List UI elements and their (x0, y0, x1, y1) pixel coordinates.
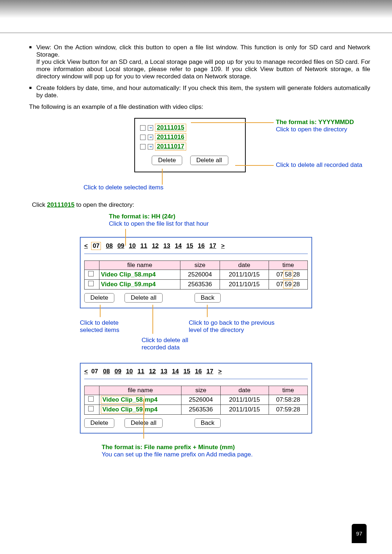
delete-all-button[interactable]: Delete all (124, 293, 163, 303)
hour-link[interactable]: 12 (149, 368, 156, 375)
cell-size: 2563536 (181, 405, 220, 415)
table-row: Video Clip_59.mp4 2563536 2011/10/15 075… (85, 280, 308, 290)
file-table: file name size date time Video Clip_58.m… (84, 386, 308, 415)
hour-nav: < 07 08 09 10 11 12 13 14 15 16 17 > (84, 242, 308, 254)
checkbox-icon[interactable] (88, 406, 94, 411)
hour-next[interactable]: > (221, 242, 225, 249)
hour-link[interactable]: 10 (129, 242, 136, 249)
intro-text: The following is an example of a file de… (29, 103, 370, 111)
checkbox-icon[interactable] (140, 144, 146, 149)
connector-line (162, 169, 163, 185)
enter-icon[interactable]: ➜ (148, 144, 153, 149)
click-open-text: Click 20111015 to open the directory: (32, 201, 370, 209)
annotation-filename-hint: You can set up the file name prefix on A… (102, 451, 312, 458)
hour-current[interactable]: 07 (93, 242, 99, 249)
cell-date: 2011/10/15 (220, 270, 269, 280)
cell-filename[interactable]: Video Clip_59.mp4 (99, 280, 180, 290)
connector-line (235, 165, 274, 166)
checkbox-icon[interactable] (88, 396, 94, 402)
folder-row[interactable]: ➜ 20111017 (140, 143, 240, 151)
cell-size: 2563536 (180, 280, 220, 290)
time-ss: 28 (293, 281, 300, 288)
hour-link[interactable]: 15 (183, 368, 190, 375)
cell-date: 2011/10/15 (220, 280, 269, 290)
checkbox-icon[interactable] (88, 271, 94, 276)
hour-link[interactable]: 14 (172, 368, 179, 375)
col-time: time (269, 386, 307, 395)
header-gradient (0, 0, 392, 18)
hour-nav: < 07 08 09 10 11 12 13 14 15 16 17 > (84, 368, 308, 379)
page-number: 97 (352, 524, 367, 543)
connector-line (207, 305, 208, 317)
col-check (85, 261, 99, 270)
filename-prefix: Video Clip_59. (102, 406, 144, 413)
enter-icon[interactable]: ➜ (148, 125, 153, 131)
click-open-post: to open the directory: (74, 201, 134, 208)
table-row: Video Clip_59.mp4 2563536 2011/10/15 07:… (85, 405, 308, 415)
folder-link[interactable]: 20111015 (155, 124, 186, 132)
cell-filename[interactable]: Video Clip_58.mp4 (99, 270, 180, 280)
checkbox-icon[interactable] (88, 281, 94, 286)
annotation-hour-open: Click to open the file list for that hou… (109, 220, 312, 227)
checkbox-icon[interactable] (140, 135, 146, 140)
col-check (85, 386, 99, 395)
table-row: Video Clip_58.mp4 2526004 2011/10/15 07:… (85, 395, 308, 405)
annotation-format-text: The format is: YYYYMMDD (276, 119, 354, 126)
cell-date: 2011/10/15 (220, 395, 269, 405)
delete-button[interactable]: Delete (84, 293, 114, 303)
hour-link[interactable]: 11 (140, 242, 147, 249)
filename-prefix: Video Clip_58. (102, 396, 144, 403)
folder-link[interactable]: 20111017 (155, 143, 186, 151)
col-size: size (180, 261, 220, 270)
cell-filename[interactable]: Video Clip_59.mp4 (99, 405, 181, 415)
hour-link[interactable]: 12 (152, 242, 159, 249)
hour-current[interactable]: 07 (91, 368, 98, 375)
hour-link[interactable]: 08 (103, 368, 110, 375)
table-row: Video Clip_58.mp4 2526004 2011/10/15 075… (85, 270, 308, 280)
back-button[interactable]: Back (195, 293, 221, 303)
hour-link[interactable]: 09 (117, 242, 124, 249)
delete-all-button[interactable]: Delete all (190, 156, 228, 165)
hour-link[interactable]: 14 (175, 242, 182, 249)
cell-date: 2011/10/15 (220, 405, 269, 415)
connector-line (100, 305, 101, 317)
hour-link[interactable]: 10 (126, 368, 133, 375)
click-open-link[interactable]: 20111015 (47, 201, 75, 208)
connector-line (191, 122, 274, 123)
cell-filename[interactable]: Video Clip_58.mp4 (99, 395, 181, 405)
annotation-back: Click to go back to the previous level o… (189, 319, 274, 334)
filename-ext: mp4 (145, 396, 158, 403)
hour-link[interactable]: 11 (138, 368, 144, 375)
folder-row[interactable]: ➜ 20111015 (140, 124, 240, 132)
hour-link[interactable]: 13 (163, 242, 170, 249)
col-filename: file name (99, 261, 180, 270)
col-size: size (181, 386, 220, 395)
hour-link[interactable]: 08 (106, 242, 113, 249)
hour-link[interactable]: 17 (209, 242, 216, 249)
hour-next[interactable]: > (218, 368, 222, 375)
hour-link[interactable]: 16 (198, 242, 205, 249)
checkbox-icon[interactable] (140, 125, 146, 131)
folder-link[interactable]: 20111016 (155, 133, 186, 141)
annotation-open-text: Click to open the directory (276, 126, 354, 133)
delete-button[interactable]: Delete (152, 156, 182, 165)
hour-link[interactable]: 09 (114, 368, 121, 375)
folder-row[interactable]: ➜ 20111016 (140, 133, 240, 141)
hour-link[interactable]: 17 (207, 368, 213, 375)
connector-line (143, 399, 144, 439)
hour-prev[interactable]: < (84, 242, 88, 249)
annotation-delete-all: Click to delete all recorded data (142, 337, 188, 351)
cell-time: 075928 (269, 280, 307, 290)
diagram-folders: ➜ 20111015 ➜ 20111016 ➜ 20111017 Delete … (98, 118, 370, 190)
time-mm-box: 58 (283, 271, 293, 279)
bullet-view-detail: If you click View button for an SD card,… (36, 58, 370, 80)
hour-prev[interactable]: < (84, 368, 88, 375)
delete-button[interactable]: Delete (84, 418, 114, 428)
col-date: date (220, 261, 269, 270)
hour-link[interactable]: 16 (195, 368, 202, 375)
hour-link[interactable]: 13 (160, 368, 167, 375)
bullet-view: View: On the Action window, click this b… (29, 44, 370, 80)
enter-icon[interactable]: ➜ (148, 135, 153, 140)
back-button[interactable]: Back (195, 418, 221, 428)
hour-link[interactable]: 15 (186, 242, 193, 249)
